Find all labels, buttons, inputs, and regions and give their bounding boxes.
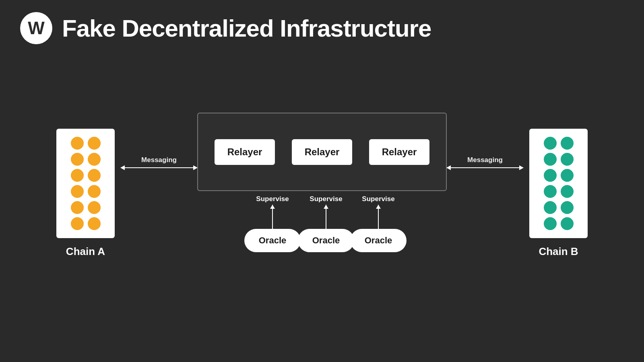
logo-letter: W: [28, 19, 45, 37]
oracle-3: Oracle: [350, 229, 407, 252]
messaging-right-label: Messaging: [467, 156, 503, 164]
oracle-2: Oracle: [298, 229, 354, 252]
chain-b-dot: [561, 201, 574, 214]
supervise-arrow-1: [272, 205, 273, 229]
supervise-arrow-2: [326, 205, 326, 229]
chain-a-dot: [71, 137, 84, 150]
messaging-right-arrow: [447, 167, 523, 168]
messaging-left-arrow: [121, 167, 197, 168]
supervise-group-2: Supervise Oracle: [298, 195, 354, 252]
chain-b-dot: [544, 153, 557, 166]
chain-b-dot: [544, 217, 557, 230]
chain-b-dot-row-2: [536, 153, 581, 166]
chain-a-dot-row-2: [63, 153, 108, 166]
chain-b-dot: [561, 217, 574, 230]
oracle-1: Oracle: [244, 229, 301, 252]
page-title: Fake Decentralized Infrastructure: [62, 14, 431, 42]
chain-a-block: Chain A: [56, 129, 115, 258]
chain-b-dot-row-3: [536, 169, 581, 182]
chain-b-dot: [544, 185, 557, 198]
chain-b-dot-row-5: [536, 201, 581, 214]
chain-a-dot-row-6: [63, 217, 108, 230]
full-diagram: Chain A: [40, 76, 604, 318]
messaging-left-label: Messaging: [141, 156, 177, 164]
chain-b-dot-row-6: [536, 217, 581, 230]
relayer-1: Relayer: [215, 139, 275, 165]
chain-a-dot: [88, 201, 101, 214]
relayer-container: Relayer Relayer Relayer: [197, 113, 447, 191]
diagram-area: Chain A: [0, 64, 644, 330]
supervise-arrow-3: [378, 205, 379, 229]
chain-b-dot-row-4: [536, 185, 581, 198]
supervise-label-2: Supervise: [310, 195, 342, 203]
chain-b-dot: [544, 137, 557, 150]
chain-a-dot-row-5: [63, 201, 108, 214]
supervise-group-3: Supervise Oracle: [350, 195, 407, 252]
chain-a-dot: [71, 185, 84, 198]
chain-b-block: Chain B: [529, 129, 588, 258]
relayer-3: Relayer: [369, 139, 430, 165]
chain-a-dot-row-3: [63, 169, 108, 182]
chain-a-dot: [88, 217, 101, 230]
chain-a-dot: [88, 169, 101, 182]
messaging-left: Messaging: [121, 156, 197, 168]
chain-a-label: Chain A: [56, 245, 115, 258]
logo: W: [20, 12, 52, 44]
chain-a-dot: [88, 185, 101, 198]
chain-a-dot: [71, 201, 84, 214]
chain-b-dot-row-1: [536, 137, 581, 150]
messaging-right: Messaging: [447, 156, 523, 168]
supervise-group-1: Supervise Oracle: [244, 195, 301, 252]
chain-b-dot: [544, 201, 557, 214]
supervise-label-3: Supervise: [362, 195, 394, 203]
chain-b-dot: [561, 153, 574, 166]
chain-a-dot: [71, 217, 84, 230]
chain-b-dot: [561, 137, 574, 150]
supervise-label-1: Supervise: [256, 195, 289, 203]
chain-b-label: Chain B: [529, 245, 588, 258]
header: W Fake Decentralized Infrastructure: [0, 0, 644, 48]
chain-a-dot: [71, 153, 84, 166]
chain-a-dot-row-4: [63, 185, 108, 198]
chain-a-dot: [71, 169, 84, 182]
chain-a-dot-row-1: [63, 137, 108, 150]
relayer-2: Relayer: [292, 139, 353, 165]
chain-b-dot: [544, 169, 557, 182]
chain-a-dot: [88, 153, 101, 166]
chain-b-dot: [561, 169, 574, 182]
chain-a-dot: [88, 137, 101, 150]
chain-b-dot: [561, 185, 574, 198]
